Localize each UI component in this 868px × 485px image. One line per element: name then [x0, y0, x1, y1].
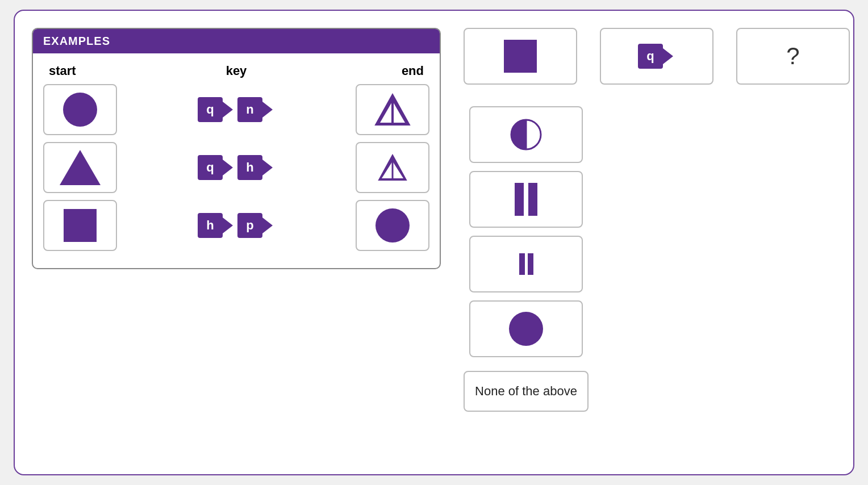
triangle-small-svg [377, 153, 408, 182]
example-row-1: q n [43, 84, 429, 135]
col-headers: start key end [43, 64, 429, 78]
bar-left [515, 183, 524, 216]
two-bars-shape [515, 183, 537, 216]
start-cell-1 [43, 84, 117, 135]
examples-body: start key end q [33, 53, 440, 268]
small-bar-left [519, 253, 525, 275]
small-bar-right [528, 253, 533, 275]
top-question-row: q ? [464, 28, 850, 85]
key-section-2: q h [117, 155, 356, 180]
start-cell-2 [43, 142, 117, 193]
example-row-3: h p [43, 200, 429, 251]
circle-shape-3 [375, 208, 410, 242]
answer-option-4[interactable] [469, 300, 583, 357]
examples-title: EXAMPLES [43, 35, 110, 47]
answer-option-2[interactable] [469, 171, 583, 228]
key-q2-wrapper: q [198, 155, 223, 180]
outer-card: EXAMPLES start key end q [14, 10, 854, 475]
start-cell-3 [43, 200, 117, 251]
arrow-p [262, 218, 273, 233]
arrow-q2 [223, 160, 233, 175]
key-h-wrapper: h [237, 155, 262, 180]
end-cell-2 [356, 142, 429, 193]
key-q-wrapper: q [198, 97, 223, 122]
question-answer-cell: ? [736, 28, 850, 85]
none-above-button[interactable]: None of the above [464, 371, 589, 412]
key-n: n [237, 97, 262, 122]
col-start-label: start [49, 64, 174, 78]
key-section-3: h p [117, 213, 356, 238]
key-h: h [237, 155, 262, 180]
question-key-wrapper: q [638, 44, 663, 69]
square-shape-3 [64, 209, 97, 242]
question-mark: ? [786, 43, 799, 70]
col-key-label: key [174, 64, 299, 78]
question-start-cell [464, 28, 577, 85]
bar-right [528, 183, 537, 216]
small-two-bars-shape [519, 253, 533, 275]
arrow-h2 [223, 218, 233, 233]
question-start-square [504, 40, 537, 73]
question-key-q: q [638, 44, 663, 69]
key-q: q [198, 97, 223, 122]
answer-option-1[interactable] [469, 106, 583, 163]
half-circle-svg [509, 118, 543, 152]
examples-header: EXAMPLES [33, 29, 440, 53]
question-arrow-q [663, 48, 673, 64]
answer-option-3[interactable] [469, 236, 583, 292]
col-end-label: end [299, 64, 424, 78]
triangle-shape-2 [60, 150, 101, 185]
examples-panel: EXAMPLES start key end q [32, 28, 441, 269]
key-h2-wrapper: h [198, 213, 223, 238]
none-above-label: None of the above [475, 384, 577, 399]
right-panel: q ? [464, 28, 850, 412]
triangle-striped-svg [373, 92, 412, 127]
circle-shape-1 [63, 93, 97, 127]
arrow-q [223, 102, 233, 118]
circle-option-4 [509, 312, 543, 346]
example-row-2: q h [43, 142, 429, 193]
key-p-wrapper: p [237, 213, 262, 238]
end-cell-3 [356, 200, 429, 251]
arrow-n [262, 102, 273, 118]
end-cell-1 [356, 84, 429, 135]
key-q2: q [198, 155, 223, 180]
key-n-wrapper: n [237, 97, 262, 122]
arrow-h [262, 160, 273, 175]
key-h2: h [198, 213, 223, 238]
key-section-1: q n [117, 97, 356, 122]
answers-grid: None of the above [464, 106, 589, 412]
key-p: p [237, 213, 262, 238]
question-key-cell: q [600, 28, 713, 85]
